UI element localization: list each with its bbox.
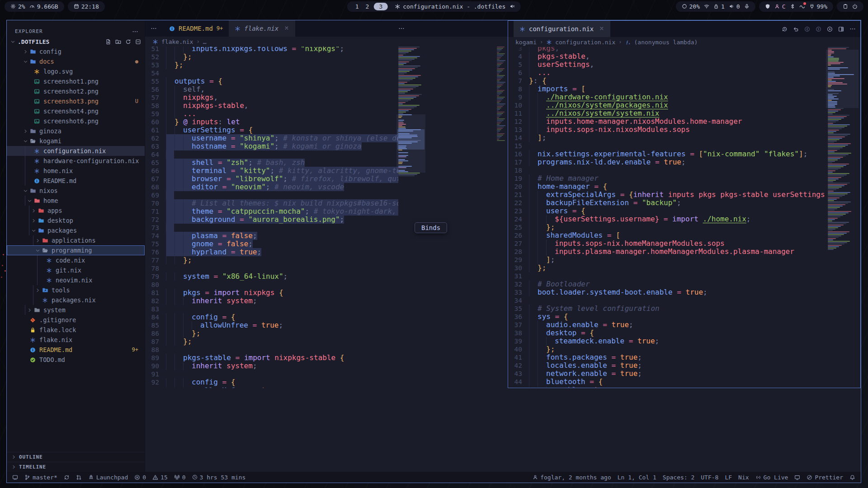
clipboard-icon[interactable] — [843, 4, 848, 9]
tab-readme-md[interactable]: README.md9+ — [163, 20, 229, 37]
explorer-item-home-nix[interactable]: home.nix — [7, 166, 145, 176]
speaker-icon[interactable] — [729, 4, 734, 9]
explorer-item-logo-svg[interactable]: logo.svg — [7, 66, 145, 76]
explorer-item-hardware-configuration-nix[interactable]: hardware-configuration.nix — [7, 156, 145, 166]
new-folder-icon[interactable] — [115, 39, 121, 45]
chevron-right-icon[interactable] — [22, 129, 29, 134]
minimap-right[interactable] — [828, 47, 857, 250]
minimap-slider[interactable] — [396, 114, 425, 173]
close-tab-icon[interactable] — [284, 24, 289, 33]
breadcrumb-segment[interactable]: … — [203, 38, 207, 45]
status-item-pull-request-icon[interactable] — [76, 474, 82, 480]
status-item-0[interactable]: 0 — [174, 474, 186, 481]
explorer-item-screenshot4-png[interactable]: screenshot4.png — [7, 106, 145, 116]
tab-flake-nix[interactable]: flake.nix — [229, 20, 295, 37]
explorer-more-actions-icon[interactable] — [132, 28, 138, 35]
explorer-item-screenshot2-png[interactable]: screenshot2.png — [7, 86, 145, 96]
explorer-item-kogami[interactable]: kogami — [7, 136, 145, 146]
nav-forward-icon[interactable] — [816, 26, 821, 32]
code-editor-flake-nix[interactable]: 51inputs.nixpkgs.follows = "nixpkgs";52}… — [145, 47, 398, 388]
status-item-launchpad[interactable]: Launchpad — [88, 474, 128, 481]
history-icon[interactable] — [782, 26, 788, 32]
tab-configuration-nix[interactable]: configuration.nix — [514, 21, 610, 37]
explorer-item-home[interactable]: home — [7, 196, 145, 206]
minimap-slider[interactable] — [826, 50, 859, 108]
explorer-item--gitignore[interactable]: .gitignore — [7, 315, 145, 325]
status-item-spaces-2[interactable]: Spaces: 2 — [663, 474, 694, 481]
chevron-down-icon[interactable] — [22, 188, 29, 193]
explorer-item-neovim-nix[interactable]: neovim.nix — [7, 275, 145, 285]
explorer-item-apps[interactable]: apps — [7, 206, 145, 216]
refresh-explorer-icon[interactable] — [125, 39, 131, 45]
explorer-item-flake-lock[interactable]: flake.lock — [7, 325, 145, 335]
more-icon[interactable] — [849, 26, 856, 32]
breadcrumb-segment[interactable]: (anonymous lambda) — [634, 39, 698, 46]
explorer-item-flake-nix[interactable]: flake.nix — [7, 335, 145, 345]
explorer-item-ginoza[interactable]: ginoza — [7, 126, 145, 136]
explorer-item-nixos[interactable]: nixos — [7, 186, 145, 196]
breadcrumb-segment[interactable]: flake.nix — [161, 38, 193, 45]
chevron-right-icon[interactable] — [30, 208, 37, 213]
chevron-down-icon[interactable] — [22, 139, 29, 144]
explorer-item-packages[interactable]: packages — [7, 225, 145, 235]
tab-overflow-icon[interactable] — [151, 25, 157, 32]
chevron-right-icon[interactable] — [26, 308, 33, 313]
explorer-item-git-nix[interactable]: git.nix — [7, 265, 145, 275]
explorer-item-programming[interactable]: programming — [7, 245, 145, 255]
status-item-utf-8[interactable]: UTF-8 — [701, 474, 718, 481]
editor-group-more-icon[interactable] — [398, 25, 405, 32]
split-editor-icon[interactable] — [838, 26, 844, 32]
workspace-3[interactable]: 3 — [373, 3, 388, 10]
breadcrumb-segment[interactable]: configuration.nix — [555, 39, 615, 46]
status-item-remote-window-icon[interactable] — [12, 474, 18, 480]
explorer-item-code-nix[interactable]: code.nix — [7, 255, 145, 265]
microphone-icon[interactable] — [744, 4, 750, 9]
status-item-master-[interactable]: master* — [24, 474, 57, 481]
status-item-prettier[interactable]: Prettier — [807, 474, 843, 481]
status-item-screen-icon[interactable] — [794, 474, 800, 480]
outline-section[interactable]: OUTLINE — [7, 452, 145, 462]
status-item-sync-icon[interactable] — [64, 474, 70, 480]
workspace-2[interactable]: 2 — [363, 3, 372, 10]
timeline-section[interactable]: TIMELINE — [7, 462, 145, 472]
chevron-down-icon[interactable] — [34, 248, 41, 253]
explorer-item-desktop[interactable]: desktop — [7, 216, 145, 225]
speaker-mute-icon[interactable] — [509, 4, 515, 9]
workspace-switcher[interactable]: 123 — [353, 3, 388, 10]
status-item-ln-1-col-1[interactable]: Ln 1, Col 1 — [618, 474, 656, 481]
chevron-right-icon[interactable] — [30, 218, 37, 223]
notification-wave-icon[interactable] — [799, 4, 805, 9]
breadcrumb-right[interactable]: kogami›configuration.nix›ƒx(anonymous la… — [508, 37, 860, 47]
workspace-1[interactable]: 1 — [353, 3, 361, 10]
explorer-item-applications[interactable]: applications — [7, 235, 145, 245]
breadcrumb-left[interactable]: flake.nix›… — [145, 37, 508, 47]
status-item-lf[interactable]: LF — [725, 474, 732, 481]
keyboard-layout-icon[interactable] — [774, 4, 780, 9]
run-icon[interactable] — [827, 26, 833, 32]
status-item-go-live[interactable]: Go Live — [755, 474, 788, 481]
wifi-icon[interactable] — [704, 4, 709, 9]
chevron-down-icon[interactable] — [26, 198, 33, 203]
chevron-right-icon[interactable] — [34, 288, 41, 293]
new-file-icon[interactable] — [105, 39, 111, 45]
collapse-folders-icon[interactable] — [135, 39, 141, 45]
brightness-icon[interactable] — [682, 4, 687, 9]
explorer-item-screenshot6-png[interactable]: screenshot6.png — [7, 116, 145, 126]
explorer-item-readme-md[interactable]: README.md — [7, 176, 145, 186]
chevron-down-icon[interactable] — [30, 228, 37, 233]
status-item-3-hrs-53-mins[interactable]: 3 hrs 53 mins — [192, 474, 246, 481]
chevron-down-icon[interactable] — [22, 59, 29, 64]
explorer-item-system[interactable]: system — [7, 305, 145, 315]
bluetooth-icon[interactable] — [790, 4, 795, 9]
discard-icon[interactable] — [793, 26, 799, 32]
explorer-item-docs[interactable]: docs● — [7, 56, 145, 66]
shield-icon[interactable] — [765, 4, 770, 9]
explorer-root-folder[interactable]: .DOTFILES — [7, 37, 145, 47]
status-item-nix[interactable]: Nix — [738, 474, 749, 481]
lock-icon[interactable] — [713, 4, 719, 9]
chevron-right-icon[interactable] — [34, 238, 41, 243]
minimap-left[interactable] — [398, 47, 424, 177]
explorer-item-configuration-nix[interactable]: configuration.nix — [7, 146, 145, 156]
explorer-item-todo-md[interactable]: TODO.md — [7, 355, 145, 365]
code-editor-configuration-nix[interactable]: 3pkgs,4pkgs-stable,5userSettings,6...7}:… — [508, 47, 825, 388]
